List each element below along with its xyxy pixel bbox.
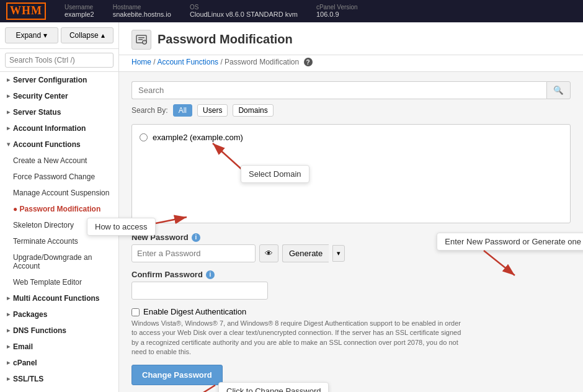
change-password-button[interactable]: Change Password [131, 365, 223, 385]
new-password-input[interactable] [131, 244, 256, 262]
page-header: Password Modification [119, 22, 583, 55]
filter-users[interactable]: Users [197, 104, 228, 117]
digest-auth-description: Windows Vista®, Windows® 7, and Windows®… [131, 319, 466, 357]
nav-label: Server Configuration [13, 76, 87, 84]
sidebar-item-password-modification[interactable]: ● Password Modification [0, 201, 118, 217]
breadcrumb: Home / Account Functions / Password Modi… [119, 55, 583, 73]
page-title: Password Modification [158, 32, 293, 47]
confirm-password-input[interactable] [131, 282, 268, 300]
nav-label: Email [13, 342, 33, 351]
new-password-info-icon[interactable]: i [192, 233, 200, 242]
sidebar-item-dns-functions[interactable]: ▸DNS Functions [0, 323, 118, 339]
toggle-password-btn[interactable]: 👁 [259, 244, 278, 262]
chevron-icon: ▸ [7, 76, 10, 83]
chevron-icon: ▸ [7, 109, 10, 115]
breadcrumb-current: Password Modification [225, 58, 299, 66]
sidebar-search-input[interactable] [5, 53, 113, 68]
select-domain-tooltip: Select Domain [241, 165, 309, 183]
nav-label: SSL/TLS [13, 375, 43, 383]
sidebar-controls: Expand ▾ Collapse ▴ [0, 22, 118, 49]
domain-label: example2 (example.com) [153, 133, 243, 142]
cpanel-version-info: cPanel Version 106.0.9 [316, 4, 358, 18]
sidebar-item-account-functions[interactable]: ▾Account Functions [0, 136, 118, 153]
search-by-label: Search By: [131, 106, 168, 115]
svg-rect-1 [138, 37, 145, 38]
digest-auth-label[interactable]: Enable Digest Authentication [131, 307, 571, 316]
sidebar-item-email[interactable]: ▸Email [0, 339, 118, 355]
chevron-icon: ▸ [7, 375, 10, 382]
domain-item[interactable]: example2 (example.com) [137, 130, 565, 145]
collapse-label: Collapse [69, 31, 99, 40]
chevron-icon: ▸ [7, 92, 10, 99]
sidebar-item-development[interactable]: ▸Development [0, 387, 118, 392]
breadcrumb-section[interactable]: Account Functions [157, 58, 218, 66]
help-icon[interactable]: ? [304, 58, 313, 66]
filter-all[interactable]: All [173, 104, 192, 117]
nav-label: DNS Functions [13, 326, 66, 335]
expand-label: Expand [16, 31, 41, 40]
whm-logo: WHM [6, 2, 46, 20]
sidebar: Expand ▾ Collapse ▴ ▸Server Configuratio… [0, 22, 119, 392]
chevron-icon: ▸ [7, 311, 10, 318]
sidebar-item-manage-suspension[interactable]: Manage Account Suspension [0, 185, 118, 201]
filter-domains[interactable]: Domains [233, 104, 273, 117]
domain-search-input[interactable] [131, 81, 546, 99]
sidebar-item-packages[interactable]: ▸Packages [0, 306, 118, 323]
svg-line-6 [213, 143, 244, 171]
search-button[interactable]: 🔍 [546, 81, 571, 99]
sidebar-item-ssl-tls[interactable]: ▸SSL/TLS [0, 371, 118, 387]
change-password-wrapper: Change Password Click to Change Password [131, 365, 223, 385]
chevron-icon: ▸ [7, 359, 10, 366]
chevron-icon: ▸ [7, 125, 10, 131]
confirm-password-info-icon[interactable]: i [206, 270, 215, 279]
chevron-icon: ▸ [7, 327, 10, 334]
sidebar-item-account-info[interactable]: ▸Account Information [0, 120, 118, 136]
username-value: example2 [65, 11, 94, 18]
domain-list: example2 (example.com) Select Domain [131, 124, 571, 223]
sidebar-item-security-center[interactable]: ▸Security Center [0, 88, 118, 104]
hostname-label: Hostname [113, 4, 171, 11]
sidebar-item-skeleton-directory[interactable]: Skeleton Directory [0, 217, 118, 233]
sidebar-item-terminate-accounts[interactable]: Terminate Accounts [0, 233, 118, 249]
sidebar-nav: ▸Server Configuration▸Security Center▸Se… [0, 72, 118, 392]
main-content: Password Modification Home / Account Fun… [119, 22, 583, 392]
sidebar-item-force-password[interactable]: Force Password Change [0, 169, 118, 185]
svg-rect-2 [138, 39, 143, 40]
nav-label: Skeleton Directory [13, 221, 74, 229]
nav-label: Security Center [13, 92, 68, 100]
digest-auth-checkbox[interactable] [131, 308, 140, 316]
cpanel-version-value: 106.0.9 [316, 11, 358, 18]
sidebar-item-web-template[interactable]: Web Template Editor [0, 274, 118, 290]
domain-radio[interactable] [140, 133, 148, 141]
sidebar-item-server-status[interactable]: ▸Server Status [0, 104, 118, 120]
sidebar-item-server-config[interactable]: ▸Server Configuration [0, 72, 118, 88]
expand-icon: ▾ [43, 31, 47, 40]
page-icon [131, 30, 151, 50]
svg-line-10 [190, 385, 215, 392]
generate-dropdown-btn[interactable]: ▾ [332, 245, 345, 262]
cpanel-version-label: cPanel Version [316, 4, 358, 11]
sidebar-item-cpanel[interactable]: ▸cPanel [0, 355, 118, 371]
click-change-tooltip: Click to Change Password [218, 382, 329, 392]
nav-label: Multi Account Functions [13, 294, 100, 303]
os-value: CloudLinux v8.6.0 STANDARD kvm [190, 11, 298, 18]
chevron-icon: ▸ [7, 295, 10, 301]
chevron-icon: ▾ [7, 141, 10, 148]
nav-label: Create a New Account [13, 156, 87, 165]
new-password-section: New Password i 👁 Generate ▾ Enter New Pa… [131, 233, 571, 262]
nav-label: Manage Account Suspension [13, 189, 109, 197]
confirm-password-section: Confirm Password i [131, 270, 571, 300]
digest-auth-section: Enable Digest Authentication Windows Vis… [131, 307, 571, 357]
nav-label: Server Status [13, 108, 61, 117]
sidebar-item-create-account[interactable]: Create a New Account [0, 153, 118, 169]
nav-label: Packages [13, 310, 47, 319]
breadcrumb-home[interactable]: Home [131, 58, 151, 66]
os-info: OS CloudLinux v8.6.0 STANDARD kvm [190, 4, 298, 18]
nav-label: Web Template Editor [13, 278, 82, 287]
collapse-button[interactable]: Collapse ▴ [61, 27, 114, 43]
generate-password-btn[interactable]: Generate [282, 244, 329, 262]
chevron-icon: ▸ [7, 343, 10, 350]
expand-button[interactable]: Expand ▾ [5, 27, 58, 43]
sidebar-item-multi-account[interactable]: ▸Multi Account Functions [0, 290, 118, 306]
sidebar-item-upgrade-downgrade[interactable]: Upgrade/Downgrade an Account [0, 249, 118, 274]
